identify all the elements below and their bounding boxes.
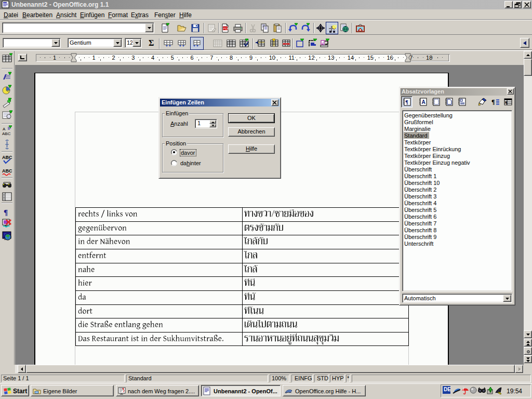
svg-text:¶: ¶ [505, 100, 508, 105]
svg-text:PDF: PDF [223, 27, 230, 30]
svg-text:ABC: ABC [2, 155, 12, 160]
svg-text:¶: ¶ [4, 208, 8, 217]
svg-text:A: A [3, 127, 6, 131]
svg-text:A: A [422, 99, 425, 105]
svg-text:¶: ¶ [405, 99, 408, 105]
svg-text:¶: ¶ [491, 98, 495, 105]
svg-text:ABC: ABC [2, 131, 11, 136]
svg-text:ABC: ABC [2, 168, 12, 174]
